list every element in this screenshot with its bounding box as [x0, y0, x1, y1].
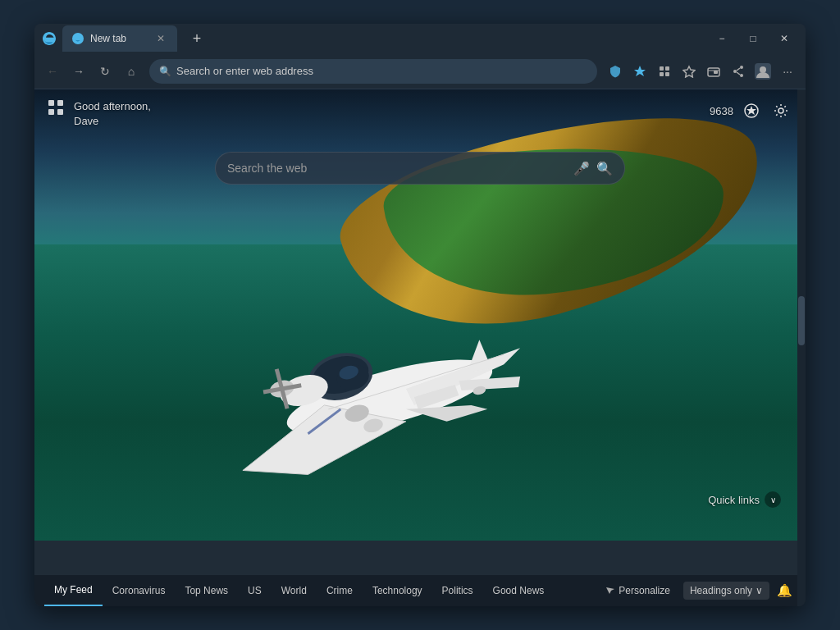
quick-links-chevron-icon: ∨ [765, 491, 781, 508]
svg-marker-32 [746, 106, 756, 115]
search-submit-icon[interactable]: 🔍 [596, 161, 613, 176]
new-tab-button[interactable]: + [185, 27, 208, 50]
refresh-button[interactable]: ↻ [94, 60, 116, 83]
svg-point-14 [760, 66, 766, 73]
address-display: Search or enter web address [176, 65, 587, 77]
headings-only-dropdown[interactable]: Headings only ∨ [683, 582, 769, 600]
back-button[interactable]: ← [41, 60, 64, 83]
reward-points: 9638 [710, 105, 733, 117]
search-container: Search the web 🎤 🔍 [34, 145, 806, 191]
search-bar[interactable]: Search the web 🎤 🔍 [215, 152, 625, 185]
quick-links-label: Quick links [708, 494, 760, 506]
svg-rect-7 [714, 71, 718, 74]
header-left: Good afternoon, Dave [48, 99, 151, 129]
newtab-overlay: Good afternoon, Dave 9638 [34, 89, 806, 606]
collections-icon[interactable] [653, 60, 676, 83]
main-content: Good afternoon, Dave 9638 [34, 89, 806, 606]
dropdown-chevron-icon: ∨ [756, 585, 763, 596]
rewards-circle-icon[interactable] [740, 99, 763, 122]
news-item-myfeed[interactable]: My Feed [44, 575, 103, 606]
window-controls: − □ ✕ [707, 25, 799, 52]
settings-icon[interactable] [769, 99, 792, 122]
svg-rect-4 [660, 72, 664, 76]
news-item-topnews[interactable]: Top News [175, 575, 238, 606]
more-options-icon[interactable]: ··· [776, 60, 799, 83]
svg-rect-5 [665, 72, 669, 76]
personalize-button[interactable]: Personalize [596, 582, 678, 600]
news-item-crime[interactable]: Crime [317, 575, 363, 606]
account-icon[interactable] [751, 60, 774, 83]
news-item-politics[interactable]: Politics [432, 575, 483, 606]
news-item-technology[interactable]: Technology [363, 575, 432, 606]
rewards-icon[interactable] [628, 60, 651, 83]
svg-line-12 [737, 72, 740, 75]
close-button[interactable]: ✕ [769, 25, 799, 52]
news-bar-right: Personalize Headings only ∨ 🔔 [596, 579, 796, 602]
svg-point-33 [778, 108, 783, 113]
svg-line-11 [737, 68, 740, 71]
news-item-us[interactable]: US [238, 575, 272, 606]
apps-grid-button[interactable] [48, 99, 64, 120]
tab-title: New tab [90, 33, 148, 44]
toolbar-icons: ··· [604, 60, 799, 83]
news-item-goodnews[interactable]: Good News [483, 575, 555, 606]
address-search-icon: 🔍 [159, 66, 171, 77]
tab-close-button[interactable]: ✕ [154, 32, 167, 45]
scrollbar[interactable] [797, 89, 806, 606]
svg-rect-27 [48, 100, 54, 106]
greeting-container: Good afternoon, Dave [74, 99, 151, 129]
headings-only-label: Headings only [690, 585, 752, 596]
svg-rect-30 [57, 109, 63, 115]
microphone-icon[interactable]: 🎤 [573, 161, 590, 176]
svg-rect-29 [48, 109, 54, 115]
title-bar-left: New tab ✕ + [41, 25, 208, 52]
shield-icon[interactable] [604, 60, 627, 83]
search-placeholder: Search the web [227, 162, 567, 175]
scrollbar-thumb[interactable] [798, 296, 805, 345]
svg-point-8 [740, 66, 743, 69]
svg-point-10 [733, 70, 737, 73]
newtab-header-right: 9638 [710, 99, 792, 122]
news-bar: My Feed Coronavirus Top News US World Cr… [34, 575, 806, 606]
browser-tab[interactable]: New tab ✕ [62, 25, 177, 52]
news-item-coronavirus[interactable]: Coronavirus [103, 575, 176, 606]
newtab-header: Good afternoon, Dave 9638 [34, 89, 806, 139]
address-bar: ← → ↻ ⌂ 🔍 Search or enter web address [34, 53, 806, 89]
address-input-container[interactable]: 🔍 Search or enter web address [149, 59, 597, 84]
notification-bell-icon[interactable]: 🔔 [773, 579, 796, 602]
title-bar: New tab ✕ + − □ ✕ [34, 24, 806, 53]
minimize-button[interactable]: − [707, 25, 737, 52]
svg-rect-2 [660, 66, 664, 71]
browser-window: New tab ✕ + − □ ✕ ← → ↻ ⌂ 🔍 Search or en… [34, 24, 806, 606]
greeting-line2: Dave [74, 114, 151, 129]
share-icon[interactable] [727, 60, 750, 83]
wallet-icon[interactable] [702, 60, 725, 83]
edge-logo-icon [41, 30, 57, 47]
svg-rect-28 [57, 100, 63, 106]
maximize-button[interactable]: □ [738, 25, 768, 52]
svg-marker-1 [634, 66, 646, 76]
favorites-icon[interactable] [678, 60, 701, 83]
greeting-line1: Good afternoon, [74, 99, 151, 114]
home-button[interactable]: ⌂ [120, 60, 143, 83]
news-item-world[interactable]: World [272, 575, 317, 606]
quick-links-button[interactable]: Quick links ∨ [708, 491, 781, 508]
svg-point-9 [740, 74, 743, 77]
forward-button[interactable]: → [67, 60, 90, 83]
svg-rect-3 [665, 66, 669, 71]
tab-favicon-icon [72, 33, 84, 44]
